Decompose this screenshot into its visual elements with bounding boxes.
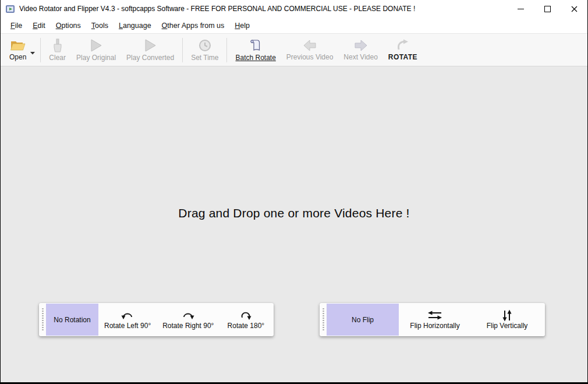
rotate-arrow-icon [396, 39, 410, 52]
close-icon [571, 6, 578, 12]
minimize-button[interactable] [507, 0, 534, 17]
clear-label: Clear [49, 54, 66, 62]
clock-icon [198, 38, 212, 52]
play-converted-button[interactable]: Play Converted [121, 37, 179, 64]
flip-vertically-button[interactable]: Flip Vertically [471, 304, 543, 336]
set-time-label: Set Time [191, 54, 218, 62]
previous-video-button[interactable]: Previous Video [281, 37, 339, 63]
app-icon [5, 4, 15, 14]
clear-button[interactable]: Clear [44, 37, 71, 64]
no-flip-label: No Flip [352, 316, 374, 324]
toolbar-separator [40, 38, 41, 62]
toolbar: Open Clear Play Original Play Co [1, 33, 587, 66]
app-window: Video Rotator and Flipper V4.3 - softpca… [1, 0, 587, 382]
menubar: File Edit Options Tools Language Other A… [1, 17, 587, 33]
menu-language[interactable]: Language [114, 19, 157, 33]
flip-horizontally-label: Flip Horizontally [410, 322, 459, 330]
menu-options[interactable]: Options [51, 19, 86, 33]
play-original-button[interactable]: Play Original [71, 37, 121, 64]
drop-area[interactable]: Drag and Drop one or more Videos Here ! … [1, 66, 587, 382]
no-rotation-button[interactable]: No Rotation [46, 304, 98, 336]
toolstrip-grip[interactable] [42, 308, 44, 332]
no-flip-button[interactable]: No Flip [327, 304, 399, 336]
close-button[interactable] [561, 0, 587, 17]
rotation-toolstrip: No Rotation Rotate Left 90° [39, 303, 274, 336]
play-icon [144, 38, 157, 52]
no-rotation-label: No Rotation [54, 316, 90, 324]
rotate-180-button[interactable]: Rotate 180° [219, 304, 272, 336]
flip-horizontal-icon [427, 310, 442, 321]
play-original-label: Play Original [76, 54, 116, 62]
toolbar-separator [182, 38, 183, 62]
rotate-button[interactable]: ROTATE [383, 37, 423, 63]
rotate-right-icon [181, 310, 195, 321]
chevron-down-icon [30, 52, 35, 55]
rotate-right-label: Rotate Right 90° [162, 322, 214, 330]
menu-other-apps[interactable]: Other Apps from us [157, 19, 230, 33]
minimize-icon [518, 9, 524, 9]
rotate-180-icon [239, 310, 253, 321]
maximize-icon [544, 6, 551, 12]
rotate-label: ROTATE [388, 53, 417, 61]
open-folder-icon [10, 39, 26, 52]
set-time-button[interactable]: Set Time [186, 37, 224, 64]
batch-rotate-scroll-icon [249, 38, 263, 52]
rotate-left-90-button[interactable]: Rotate Left 90° [98, 304, 157, 336]
arrow-left-icon [303, 39, 317, 52]
menu-help[interactable]: Help [229, 19, 255, 33]
next-video-label: Next Video [343, 53, 377, 61]
flip-vertically-label: Flip Vertically [487, 322, 528, 330]
next-video-button[interactable]: Next Video [338, 37, 382, 63]
play-icon [90, 38, 102, 52]
arrow-right-icon [354, 39, 368, 52]
previous-video-label: Previous Video [286, 53, 334, 61]
rotate-left-icon [121, 310, 134, 321]
open-button[interactable]: Open [4, 37, 31, 63]
flip-horizontally-button[interactable]: Flip Horizontally [399, 304, 471, 336]
batch-rotate-button[interactable]: Batch Rotate [230, 37, 281, 64]
clear-icon [52, 38, 63, 52]
open-label: Open [9, 53, 26, 61]
drop-message: Drag and Drop one or more Videos Here ! [1, 206, 587, 220]
flip-toolstrip: No Flip Flip Horizontally [320, 303, 545, 336]
rotate-180-label: Rotate 180° [228, 322, 265, 330]
toolbar-separator [226, 38, 227, 62]
toolstrip-grip[interactable] [323, 308, 324, 332]
play-converted-label: Play Converted [126, 54, 174, 62]
menu-file[interactable]: File [5, 19, 27, 33]
maximize-button[interactable] [534, 0, 561, 17]
flip-vertical-icon [502, 310, 512, 321]
rotate-left-label: Rotate Left 90° [104, 322, 151, 330]
menu-edit[interactable]: Edit [27, 19, 51, 33]
batch-rotate-label: Batch Rotate [235, 54, 275, 62]
menu-tools[interactable]: Tools [86, 19, 114, 33]
titlebar: Video Rotator and Flipper V4.3 - softpca… [1, 0, 587, 17]
window-title: Video Rotator and Flipper V4.3 - softpca… [19, 5, 507, 13]
open-dropdown-button[interactable] [30, 43, 37, 57]
rotate-right-90-button[interactable]: Rotate Right 90° [157, 304, 219, 336]
